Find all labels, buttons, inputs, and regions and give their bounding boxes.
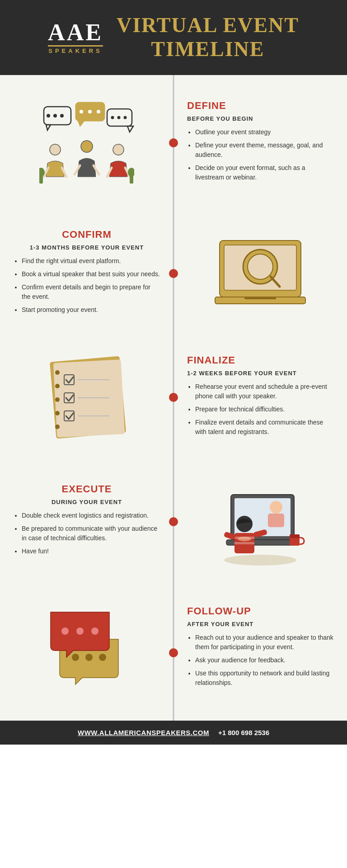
define-text: DEFINE BEFORE YOU BEGIN Outline your eve… [174,98,347,188]
svg-point-66 [61,627,69,635]
followup-list: Reach out to your audience and speaker t… [187,633,333,691]
svg-point-8 [97,110,100,113]
timeline-content: DEFINE BEFORE YOU BEGIN Outline your eve… [0,75,347,721]
section-finalize: FINALIZE 1-2 WEEKS BEFORE YOUR EVENT Reh… [0,336,347,458]
footer-website[interactable]: WWW.ALLAMERICANSPEAKERS.COM [78,729,209,736]
finalize-text: FINALIZE 1-2 WEEKS BEFORE YOUR EVENT Reh… [174,354,347,440]
list-item: Prepare for technical difficulties. [195,405,333,414]
followup-title: FOLLOW-UP [187,605,333,617]
followup-text: FOLLOW-UP AFTER YOUR EVENT Reach out to … [174,603,347,693]
svg-point-13 [124,116,127,119]
svg-point-44 [55,384,60,388]
define-subtitle: BEFORE YOU BEGIN [187,115,333,122]
section-confirm: CONFIRM 1-3 MONTHS BEFORE YOUR EVENT Fin… [0,211,347,336]
logo-area: AAE SPEAKERS [48,21,103,54]
svg-point-18 [81,141,93,152]
confirm-text: CONFIRM 1-3 MONTHS BEFORE YOUR EVENT Fin… [0,229,174,318]
svg-point-11 [111,116,114,119]
list-item: Define your event theme, message, goal, … [195,141,333,160]
finalize-title: FINALIZE [187,354,333,366]
svg-marker-9 [78,121,84,127]
confirm-title: CONFIRM [14,229,160,241]
list-item: Decide on your event format, such as a l… [195,163,333,182]
list-item: Outline your event strategy [195,127,333,137]
svg-rect-34 [244,297,276,299]
svg-rect-54 [290,534,300,538]
dot-followup [169,648,178,657]
svg-point-2 [53,114,57,118]
followup-illustration [0,603,174,693]
finalize-list: Rehearse your event and schedule a pre-e… [187,382,333,440]
svg-point-31 [248,254,273,279]
list-item: Use this opportunity to network and buil… [195,669,333,688]
section-followup: FOLLOW-UP AFTER YOUR EVENT Reach out to … [0,585,347,721]
dot-define [169,138,178,147]
finalize-subtitle: 1-2 WEEKS BEFORE YOUR EVENT [187,370,333,377]
execute-text: EXECUTE DURING YOUR EVENT Double check e… [0,476,174,567]
list-item: Have fun! [22,547,160,556]
logo-underline [48,45,103,47]
finalize-illustration [0,354,174,440]
define-illustration [0,98,174,188]
define-title: DEFINE [187,100,333,112]
page-title: VIRTUAL EVENTTIMELINE [117,14,299,61]
list-item: Start promoting your event. [22,305,160,315]
svg-point-12 [117,116,121,119]
list-item: Double check event logistics and registr… [22,511,160,520]
dot-confirm [169,269,178,278]
followup-subtitle: AFTER YOUR EVENT [187,621,333,627]
svg-point-3 [60,114,64,118]
svg-rect-51 [268,514,284,527]
svg-point-63 [72,654,79,661]
svg-point-1 [47,114,50,118]
list-item: Find the right virtual event platform. [22,256,160,266]
list-item: Finalize event details and communicate t… [195,418,333,437]
svg-point-65 [99,654,106,661]
svg-point-21 [113,144,124,155]
svg-point-47 [55,425,60,429]
svg-point-67 [76,627,84,635]
svg-point-45 [55,397,60,402]
section-define: DEFINE BEFORE YOU BEGIN Outline your eve… [0,75,347,211]
list-item: Book a virtual speaker that best suits y… [22,269,160,279]
dot-finalize [169,393,178,402]
logo-speakers: SPEAKERS [48,47,103,54]
svg-point-46 [55,411,60,415]
svg-point-7 [88,110,92,113]
section-execute: EXECUTE DURING YOUR EVENT Double check e… [0,458,347,585]
logo-aae: AAE [48,21,103,44]
confirm-illustration [174,229,347,318]
execute-list: Double check event logistics and registr… [14,511,160,560]
list-item: Confirm event details and begin to prepa… [22,283,160,302]
list-item: Reach out to your audience and speaker t… [195,633,333,652]
svg-point-64 [85,654,93,661]
list-item: Be prepared to communicate with your aud… [22,524,160,543]
svg-point-62 [224,555,296,566]
dot-execute [169,517,178,526]
footer-phone: +1 800 698 2536 [218,729,269,736]
execute-title: EXECUTE [14,483,160,495]
svg-point-61 [238,537,251,541]
confirm-subtitle: 1-3 MONTHS BEFORE YOUR EVENT [14,244,160,251]
svg-point-15 [50,144,61,155]
svg-marker-4 [46,125,51,130]
svg-marker-14 [127,126,133,132]
list-item: Ask your audience for feedback. [195,656,333,665]
svg-point-68 [91,627,98,635]
execute-illustration [174,476,347,567]
list-item: Rehearse your event and schedule a pre-e… [195,382,333,401]
execute-subtitle: DURING YOUR EVENT [14,499,160,505]
svg-point-6 [80,110,83,113]
svg-point-50 [270,501,282,514]
svg-point-43 [55,370,60,375]
define-list: Outline your event strategy Define your … [187,127,333,186]
page-header: AAE SPEAKERS VIRTUAL EVENTTIMELINE [0,0,347,75]
confirm-list: Find the right virtual event platform. B… [14,256,160,318]
page-footer: WWW.ALLAMERICANSPEAKERS.COM +1 800 698 2… [0,721,347,745]
svg-point-55 [236,516,253,532]
svg-rect-58 [234,542,254,544]
